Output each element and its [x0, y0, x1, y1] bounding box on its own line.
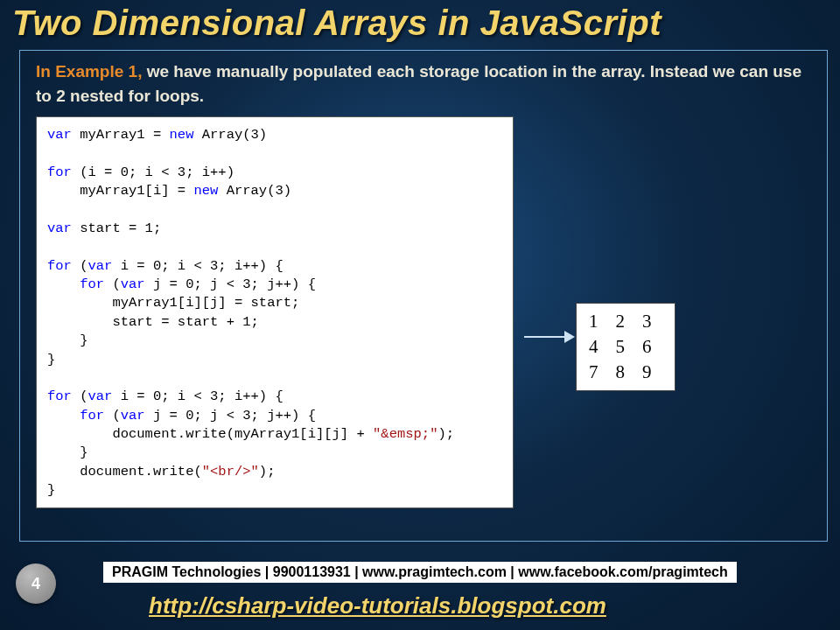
- slide-title: Two Dimensional Arrays in JavaScript: [0, 0, 840, 50]
- table-row: 4 5 6: [585, 335, 664, 359]
- arrow-icon: [524, 331, 577, 343]
- intro-highlight: In Example 1,: [36, 62, 142, 80]
- code-block: var myArray1 = new Array(3) for (i = 0; …: [36, 116, 514, 508]
- company-banner: PRAGIM Technologies | 9900113931 | www.p…: [103, 562, 737, 583]
- blog-link[interactable]: http://csharp-video-tutorials.blogspot.c…: [149, 592, 606, 620]
- table-row: 1 2 3: [585, 310, 664, 333]
- content-frame: In Example 1, we have manually populated…: [19, 50, 828, 542]
- table-row: 7 8 9: [585, 360, 664, 384]
- intro-text: In Example 1, we have manually populated…: [36, 60, 811, 108]
- intro-rest: we have manually populated each storage …: [36, 62, 802, 105]
- page-number-badge: 4: [16, 564, 56, 604]
- footer: 4 PRAGIM Technologies | 9900113931 | www…: [0, 550, 840, 630]
- output-grid: 1 2 3 4 5 6 7 8 9: [576, 303, 676, 391]
